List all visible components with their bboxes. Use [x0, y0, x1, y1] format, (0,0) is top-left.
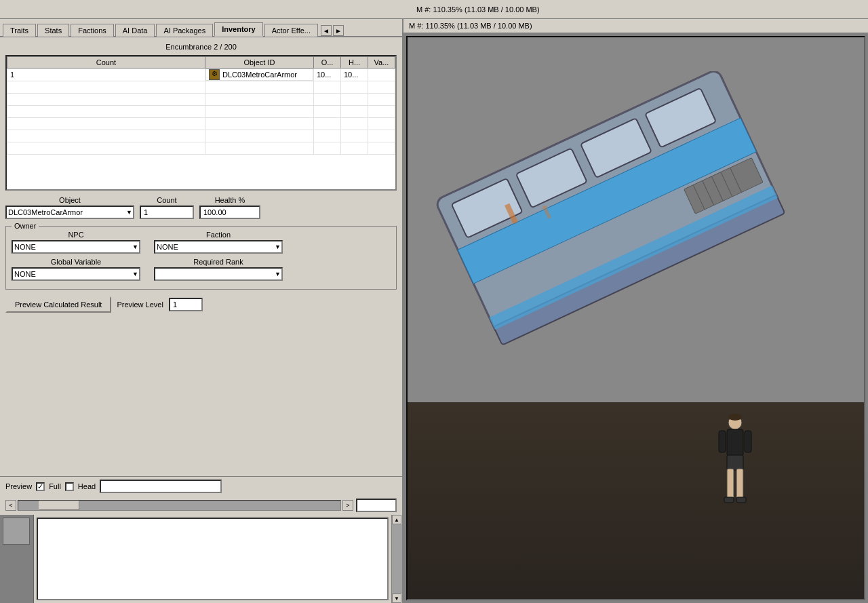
svg-rect-22 [727, 469, 734, 499]
tab-inventory[interactable]: Inventory [214, 22, 263, 37]
required-rank-col: Required Rank [154, 258, 283, 281]
count-group: Count [140, 196, 194, 219]
left-thumb-panel [0, 515, 34, 603]
right-vert-scroll: ▲ ▼ [391, 515, 402, 603]
owner-legend: Owner [12, 222, 39, 230]
tab-actor-effects[interactable]: Actor Effe... [264, 24, 318, 37]
owner-global-rank-row: Global Variable NONE Required Rank [12, 258, 391, 281]
tab-ai-packages[interactable]: AI Packages [156, 24, 213, 37]
preview-row: Preview Calculated Result Preview Level [5, 296, 397, 313]
bottom-content [34, 515, 391, 603]
object-select-wrapper: DLC03MetroCarArmor [5, 206, 134, 219]
col-object-id: Object ID [205, 57, 314, 69]
object-select[interactable]: DLC03MetroCarArmor [5, 206, 134, 219]
cell-count: 1 [7, 69, 205, 81]
npc-select[interactable]: NONE [12, 240, 140, 254]
main-container: Traits Stats Factions AI Data AI Package… [0, 19, 868, 603]
scroll-value-input[interactable] [356, 499, 397, 512]
right-panel-topbar: M #: 110.35% (11.03 MB / 10.00 MB) [403, 19, 868, 33]
inventory-table: Count Object ID O... H... Va... 1 ⚙ [7, 56, 395, 155]
head-label: Head [78, 482, 96, 490]
right-scroll-up-btn[interactable]: ▲ [392, 515, 401, 524]
form-area: Object DLC03MetroCarArmor Count Health % [5, 196, 397, 313]
tab-stats[interactable]: Stats [37, 24, 69, 37]
scroll-prev-button[interactable]: < [5, 500, 16, 511]
right-scroll-down-btn[interactable]: ▼ [392, 594, 401, 603]
col-count: Count [7, 57, 205, 69]
required-rank-label: Required Rank [154, 258, 283, 266]
preview-level-label: Preview Level [117, 300, 163, 309]
bottom-list[interactable] [37, 518, 389, 600]
owner-npc-faction-row: NPC NONE Faction NONE [12, 231, 391, 254]
table-row-empty-2 [7, 94, 395, 106]
tab-traits[interactable]: Traits [3, 24, 36, 37]
global-var-col: Global Variable NONE [12, 258, 140, 281]
svg-rect-20 [745, 431, 751, 452]
health-input[interactable] [199, 206, 260, 219]
bottom-pane: ▲ ▼ [0, 515, 402, 603]
global-var-select[interactable]: NONE [12, 267, 140, 281]
svg-rect-25 [736, 497, 746, 503]
inventory-table-wrapper[interactable]: Count Object ID O... H... Va... 1 ⚙ [5, 55, 397, 191]
head-checkbox[interactable] [65, 482, 74, 491]
faction-select[interactable]: NONE [154, 240, 283, 254]
global-var-select-wrapper: NONE [12, 267, 140, 281]
encumbrance-label: Encumbrance 2 / 200 [5, 43, 397, 51]
object-group: Object DLC03MetroCarArmor [5, 196, 134, 219]
cell-h: 10... [341, 69, 368, 81]
required-rank-select[interactable] [154, 267, 283, 281]
table-row-empty-6 [7, 142, 395, 155]
tab-next-button[interactable]: ► [333, 25, 344, 36]
health-group: Health % [199, 196, 260, 219]
table-row-empty-5 [7, 130, 395, 142]
count-input[interactable] [140, 206, 194, 219]
preview-calculated-result-button[interactable]: Preview Calculated Result [5, 296, 111, 313]
content-area: Encumbrance 2 / 200 Count Object ID O...… [0, 37, 402, 476]
object-label: Object [5, 196, 134, 204]
tab-bar: Traits Stats Factions AI Data AI Package… [0, 19, 402, 37]
required-rank-select-wrapper [154, 267, 283, 281]
col-o: O... [314, 57, 341, 69]
count-label: Count [140, 196, 194, 204]
table-row-empty-1 [7, 81, 395, 94]
scrollbar-track[interactable] [18, 500, 341, 511]
cell-o: 10... [314, 69, 341, 81]
preview-text-field[interactable] [100, 480, 222, 493]
col-h: H... [341, 57, 368, 69]
svg-rect-21 [727, 455, 743, 470]
faction-label: Faction [154, 231, 283, 239]
global-var-label: Global Variable [12, 258, 140, 266]
character-svg [715, 409, 755, 518]
scroll-area: < > [0, 496, 402, 515]
svg-rect-18 [727, 429, 743, 456]
cell-object-id: ⚙ DLC03MetroCarArmor [205, 69, 313, 81]
tab-factions[interactable]: Factions [71, 24, 114, 37]
top-bar: M #: 110.35% (11.03 MB / 10.00 MB) [0, 0, 868, 19]
right-panel: M #: 110.35% (11.03 MB / 10.00 MB) [403, 19, 868, 603]
metro-car-svg [421, 71, 814, 376]
tab-ai-data[interactable]: AI Data [115, 24, 155, 37]
faction-select-wrapper: NONE [154, 240, 283, 254]
svg-rect-24 [724, 497, 734, 503]
npc-label: NPC [12, 231, 140, 239]
col-va: Va... [368, 57, 395, 69]
health-label: Health % [199, 196, 260, 204]
table-row-empty-4 [7, 118, 395, 130]
viewport[interactable] [406, 36, 865, 600]
full-checkbox[interactable] [36, 482, 45, 491]
scrollbar-thumb[interactable] [39, 501, 79, 510]
preview-level-input[interactable] [169, 298, 203, 311]
left-panel: Traits Stats Factions AI Data AI Package… [0, 19, 403, 603]
table-row-empty-3 [7, 106, 395, 118]
scroll-next-button[interactable]: > [342, 500, 353, 511]
npc-select-wrapper: NONE [12, 240, 140, 254]
svg-rect-23 [736, 469, 743, 499]
owner-group: Owner NPC NONE Faction [5, 226, 397, 290]
memory-info: M #: 110.35% (11.03 MB / 10.00 MB) [3, 5, 540, 14]
right-scroll-track[interactable] [392, 524, 402, 594]
npc-col: NPC NONE [12, 231, 140, 254]
table-row[interactable]: 1 ⚙ DLC03MetroCarArmor 10... 10... [7, 69, 395, 81]
tab-prev-button[interactable]: ◄ [321, 25, 332, 36]
ground [408, 402, 864, 599]
bottom-controls-section: Preview Full Head [0, 476, 402, 496]
